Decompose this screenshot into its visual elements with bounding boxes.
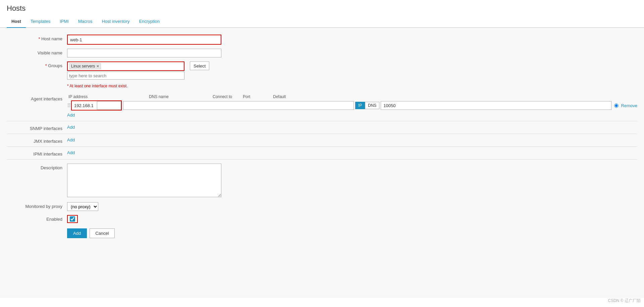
monitored-by-select[interactable]: (no proxy) <box>67 202 98 211</box>
cancel-button[interactable]: Cancel <box>90 228 114 238</box>
visible-name-control <box>67 49 221 57</box>
groups-field-wrapper: Linux servers ✕ <box>67 61 184 80</box>
enabled-checkbox[interactable] <box>70 216 75 222</box>
drag-handle-icon[interactable]: ⠿ <box>67 102 71 109</box>
page-title: Hosts <box>7 4 637 13</box>
agent-interfaces-section: Agent interfaces IP address DNS name Con… <box>7 92 637 121</box>
snmp-interfaces-section: SNMP interfaces Add <box>7 121 637 134</box>
ip-address-input[interactable] <box>72 101 96 110</box>
page-wrapper: Hosts Host Templates IPMI Macros Host in… <box>0 0 644 307</box>
visible-name-input[interactable] <box>67 49 221 57</box>
tab-host[interactable]: Host <box>7 15 26 28</box>
monitored-by-label: Monitored by proxy <box>7 202 67 209</box>
monitored-by-row: Monitored by proxy (no proxy) <box>7 202 637 211</box>
snmp-add-link[interactable]: Add <box>67 124 75 130</box>
page-header: Hosts <box>0 0 644 15</box>
add-button[interactable]: Add <box>67 228 87 238</box>
ipmi-interfaces-section: IPMI interfaces Add <box>7 147 637 160</box>
tabs-bar: Host Templates IPMI Macros Host inventor… <box>0 15 644 28</box>
groups-tag-label: Linux servers <box>71 64 95 69</box>
agent-interfaces-content: IP address DNS name Connect to Port Defa… <box>67 94 637 118</box>
interface-header: IP address DNS name Connect to Port Defa… <box>67 94 637 99</box>
host-name-control <box>67 35 221 45</box>
select-button[interactable]: Select <box>190 61 209 70</box>
port-input[interactable] <box>381 101 611 110</box>
remove-link[interactable]: Remove <box>621 103 637 108</box>
host-name-input[interactable] <box>68 35 221 44</box>
ip-connect-button[interactable]: IP <box>355 102 365 109</box>
ipmi-add-link[interactable]: Add <box>67 149 75 156</box>
tab-ipmi[interactable]: IPMI <box>55 15 73 28</box>
dns-name-input[interactable] <box>123 101 354 110</box>
groups-row: Groups Linux servers ✕ Select <box>7 61 637 80</box>
description-textarea[interactable] <box>67 164 221 197</box>
groups-search-input[interactable] <box>67 72 184 80</box>
warning-text: * At least one interface must exist. <box>67 84 637 88</box>
ip-address-col-header: IP address <box>68 94 149 99</box>
visible-name-label: Visible name <box>7 49 67 55</box>
enabled-label: Enabled <box>7 215 67 222</box>
description-control <box>67 164 221 198</box>
groups-control: Linux servers ✕ Select <box>67 61 209 80</box>
jmx-interfaces-content: Add <box>67 137 637 143</box>
agent-interfaces-label: Agent interfaces <box>7 94 67 101</box>
enabled-control <box>67 215 221 223</box>
agent-interface-row: ⠿ IP DNS Remove <box>67 100 637 111</box>
ipmi-interfaces-content: Add <box>67 149 637 156</box>
groups-container: Linux servers ✕ Select <box>67 61 209 80</box>
ipmi-interfaces-label: IPMI interfaces <box>7 149 67 157</box>
description-label: Description <box>7 164 67 170</box>
jmx-interfaces-section: JMX interfaces Add <box>7 134 637 147</box>
jmx-interfaces-label: JMX interfaces <box>7 137 67 144</box>
groups-label: Groups <box>7 61 67 68</box>
connect-to-col-header: Connect to <box>213 94 243 99</box>
groups-tag: Linux servers ✕ <box>69 63 101 69</box>
default-col-header: Default <box>273 94 300 99</box>
enabled-row: Enabled <box>7 215 637 223</box>
groups-tag-remove[interactable]: ✕ <box>96 64 99 69</box>
host-name-input-wrapper <box>67 35 221 45</box>
form-buttons: Add Cancel <box>67 228 637 238</box>
ip-extra-input[interactable] <box>97 101 121 110</box>
tab-host-inventory[interactable]: Host inventory <box>97 15 135 28</box>
snmp-interfaces-label: SNMP interfaces <box>7 124 67 131</box>
tab-encryption[interactable]: Encryption <box>135 15 164 28</box>
host-name-row: Host name <box>7 35 637 45</box>
enabled-wrapper <box>67 215 78 223</box>
tab-macros[interactable]: Macros <box>73 15 97 28</box>
ip-input-wrapper <box>71 100 122 111</box>
visible-name-row: Visible name <box>7 49 637 57</box>
default-radio[interactable] <box>614 103 619 108</box>
monitored-by-control: (no proxy) <box>67 202 221 211</box>
port-col-header: Port <box>243 94 273 99</box>
agent-add-link[interactable]: Add <box>67 112 75 118</box>
form-container: Host name Visible name Groups <box>0 28 644 298</box>
description-row: Description <box>7 164 637 198</box>
snmp-interfaces-content: Add <box>67 124 637 130</box>
watermark: CSDN © 辽广厂陌 <box>608 298 641 304</box>
jmx-add-link[interactable]: Add <box>67 137 75 143</box>
dns-connect-button[interactable]: DNS <box>365 102 379 109</box>
tab-templates[interactable]: Templates <box>26 15 55 28</box>
connect-buttons: IP DNS <box>355 102 380 109</box>
dns-name-col-header: DNS name <box>149 94 213 99</box>
host-name-label: Host name <box>7 35 67 41</box>
groups-field[interactable]: Linux servers ✕ <box>67 61 184 71</box>
